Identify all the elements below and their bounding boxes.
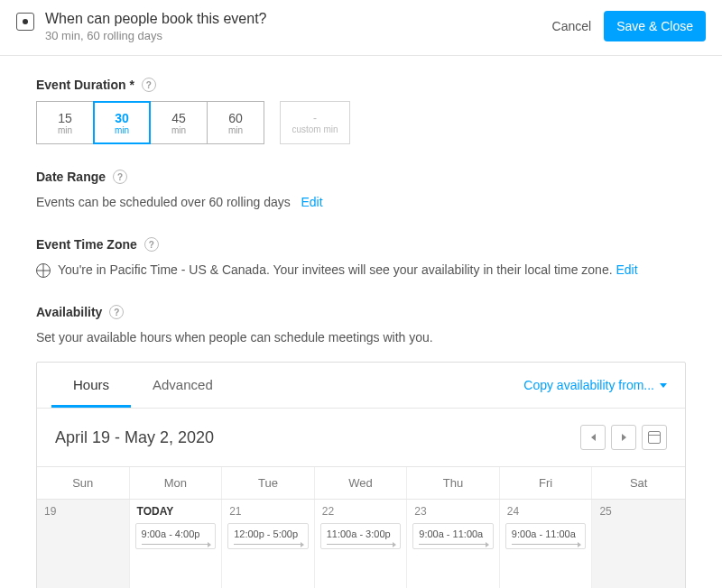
weekday-mon: Mon: [130, 467, 223, 499]
duration-number: 45: [171, 111, 186, 125]
duration-number: 60: [228, 111, 243, 125]
duration-number: 15: [58, 111, 72, 125]
date-range-section: Date Range ? Events can be scheduled ove…: [36, 170, 686, 212]
day-cell[interactable]: 249:00a - 11:00a: [500, 500, 593, 588]
date-range-edit-link[interactable]: Edit: [301, 195, 322, 209]
header-actions: Cancel Save & Close: [552, 11, 706, 41]
day-number: 25: [597, 505, 680, 518]
day-cell[interactable]: 239:00a - 11:00a: [407, 500, 500, 588]
weekday-sat: Sat: [592, 467, 685, 499]
tabs-row: Hours Advanced Copy availability from...: [37, 363, 685, 409]
page-subtitle: 30 min, 60 rolling days: [45, 29, 552, 42]
availability-section: Availability ? Set your available hours …: [36, 305, 686, 588]
duration-options: 15min30min45min60min-custom min: [36, 101, 686, 144]
weekday-thu: Thu: [407, 467, 500, 499]
duration-title-row: Event Duration * ?: [36, 78, 686, 92]
chevron-down-icon: [660, 383, 667, 388]
chevron-left-icon: [591, 434, 596, 441]
date-range-text: Events can be scheduled over 60 rolling …: [36, 195, 291, 209]
timezone-body: You're in Pacific Time - US & Canada. Yo…: [36, 261, 686, 280]
duration-option-30[interactable]: 30min: [93, 101, 151, 144]
help-icon[interactable]: ?: [113, 170, 127, 184]
duration-unit: min: [171, 125, 186, 135]
copy-availability-label: Copy availability from...: [523, 378, 654, 392]
day-number: 24: [505, 505, 587, 518]
calendar-icon: [648, 431, 661, 444]
weekday-fri: Fri: [500, 467, 593, 499]
weekday-wed: Wed: [315, 467, 408, 499]
calendar-picker-button[interactable]: [642, 425, 667, 450]
content-area: Event Duration * ? 15min30min45min60min-…: [0, 56, 722, 588]
timezone-text: You're in Pacific Time - US & Canada. Yo…: [58, 262, 613, 277]
timezone-title-row: Event Time Zone ?: [36, 237, 686, 252]
chevron-right-icon: [622, 434, 626, 441]
prev-week-button[interactable]: [580, 425, 606, 450]
availability-slot[interactable]: 11:00a - 3:00p: [320, 523, 402, 549]
day-number: TODAY: [135, 505, 217, 518]
day-number: 21: [227, 505, 309, 518]
availability-slot[interactable]: 9:00a - 11:00a: [505, 523, 587, 549]
weekday-sun: Sun: [37, 467, 130, 499]
timezone-section: Event Time Zone ? You're in Pacific Time…: [36, 237, 686, 280]
date-range-label: Date Range: [36, 170, 106, 184]
save-close-button[interactable]: Save & Close: [604, 11, 706, 41]
duration-unit: min: [115, 125, 129, 135]
availability-label: Availability: [36, 305, 102, 319]
availability-slot[interactable]: 9:00a - 4:00p: [135, 523, 217, 549]
calendar-dot-icon: [16, 13, 34, 31]
next-week-button[interactable]: [611, 425, 636, 450]
day-number: 19: [42, 505, 124, 518]
date-range-title-row: Date Range ?: [36, 170, 686, 184]
day-cell: 25: [592, 500, 685, 588]
calendar-header: April 19 - May 2, 2020: [37, 409, 685, 466]
help-icon[interactable]: ?: [144, 237, 159, 252]
availability-panel: Hours Advanced Copy availability from...…: [36, 362, 686, 588]
duration-unit: min: [228, 125, 243, 135]
day-cell[interactable]: 2112:00p - 5:00p: [222, 500, 315, 588]
cancel-button[interactable]: Cancel: [552, 19, 592, 33]
day-cell: 19: [37, 500, 130, 588]
day-cell[interactable]: TODAY9:00a - 4:00p: [130, 500, 223, 588]
header-text-block: When can people book this event? 30 min,…: [45, 11, 552, 42]
duration-label: Event Duration *: [36, 78, 134, 92]
tab-hours[interactable]: Hours: [51, 363, 131, 408]
day-cell[interactable]: 2211:00a - 3:00p: [315, 500, 408, 588]
availability-slot[interactable]: 9:00a - 11:00a: [412, 523, 494, 549]
duration-option-45[interactable]: 45min: [150, 101, 208, 144]
custom-dash: -: [313, 112, 317, 124]
availability-title-row: Availability ?: [36, 305, 686, 319]
duration-option-15[interactable]: 15min: [36, 101, 94, 144]
help-icon[interactable]: ?: [109, 305, 124, 319]
duration-number: 30: [115, 111, 129, 125]
duration-option-custom[interactable]: -custom min: [280, 101, 350, 144]
availability-slot[interactable]: 12:00p - 5:00p: [227, 523, 309, 549]
tab-advanced[interactable]: Advanced: [131, 363, 235, 408]
weekday-tue: Tue: [222, 467, 315, 499]
day-number: 22: [320, 505, 402, 518]
page-header: When can people book this event? 30 min,…: [0, 0, 722, 56]
week-row-1: 19TODAY9:00a - 4:00p2112:00p - 5:00p2211…: [37, 499, 685, 588]
duration-unit: min: [58, 125, 72, 135]
day-number: 23: [412, 505, 494, 518]
globe-icon: [36, 263, 51, 278]
copy-availability-link[interactable]: Copy availability from...: [520, 365, 671, 405]
custom-unit: custom min: [292, 124, 338, 134]
weekday-header-row: SunMonTueWedThuFriSat: [37, 466, 685, 499]
page-title: When can people book this event?: [45, 11, 552, 27]
timezone-edit-link[interactable]: Edit: [616, 262, 637, 277]
calendar-range-label: April 19 - May 2, 2020: [55, 428, 575, 447]
duration-option-60[interactable]: 60min: [207, 101, 264, 144]
availability-subtitle: Set your available hours when people can…: [36, 328, 686, 347]
help-icon[interactable]: ?: [142, 78, 156, 92]
date-range-body: Events can be scheduled over 60 rolling …: [36, 193, 686, 212]
duration-section: Event Duration * ? 15min30min45min60min-…: [36, 78, 686, 144]
timezone-label: Event Time Zone: [36, 237, 137, 252]
